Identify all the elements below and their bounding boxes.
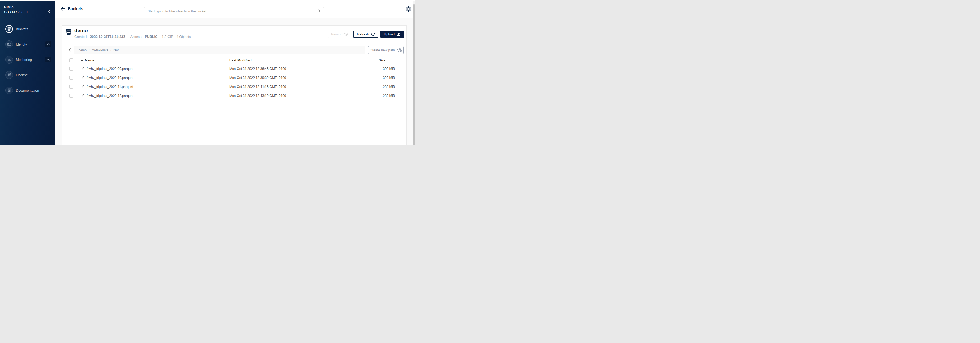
object-size: 289 MiB xyxy=(369,94,406,98)
bucket-title-block: demo Created: 2022-10-31T11:31:23Z Acces… xyxy=(74,28,191,39)
minio-brand: MINIO xyxy=(4,6,30,9)
rewind-label: Rewind xyxy=(331,32,342,36)
breadcrumb-segment[interactable]: demo xyxy=(79,48,86,52)
chevron-up-icon[interactable] xyxy=(45,41,51,47)
object-file-icon xyxy=(80,66,85,71)
name-header-label: Name xyxy=(85,58,94,62)
topbar-title: Buckets xyxy=(68,6,83,11)
table-row[interactable]: fhvhv_tripdata_2020-12.parquet Mon Oct 3… xyxy=(62,91,406,100)
table-header-row: Name Last Modified Size xyxy=(62,56,406,64)
window-top-strip xyxy=(0,0,415,1)
object-file-icon xyxy=(80,93,85,98)
sidebar-item-label: License xyxy=(16,73,51,77)
chevron-left-icon xyxy=(47,10,51,13)
sidebar-collapse-button[interactable] xyxy=(47,10,51,13)
bucket-meta: Created: 2022-10-31T11:31:23Z Access: PU… xyxy=(74,35,191,39)
console-wordmark: CONSOLE xyxy=(4,10,30,14)
bucket-icon xyxy=(65,29,72,35)
object-name: fhvhv_tripdata_2020-09.parquet xyxy=(86,67,134,71)
monitoring-icon xyxy=(5,56,13,64)
object-modified: Mon Oct 31 2022 12:41:16 GMT+0100 xyxy=(229,85,369,89)
sidebar-item-label: Identity xyxy=(16,42,45,46)
object-modified: Mon Oct 31 2022 12:43:12 GMT+0100 xyxy=(229,94,369,98)
sidebar-item-monitoring[interactable]: Monitoring xyxy=(0,52,54,67)
license-icon xyxy=(5,71,13,79)
sidebar-item-documentation[interactable]: Documentation xyxy=(0,83,54,98)
objects-table: Name Last Modified Size xyxy=(62,56,406,100)
refresh-label: Refresh xyxy=(357,32,369,36)
sort-ascending-icon xyxy=(81,59,83,61)
object-modified: Mon Oct 31 2022 12:36:46 GMT+0100 xyxy=(229,67,369,71)
search-input[interactable] xyxy=(148,10,317,13)
scrollbar-thumb[interactable] xyxy=(413,4,415,145)
back-to-buckets-link[interactable]: Buckets xyxy=(61,6,83,11)
brand-bold: MIN xyxy=(4,6,10,9)
sidebar-item-label: Buckets xyxy=(16,27,51,31)
create-new-path-label: Create new path xyxy=(370,48,395,52)
rewind-button[interactable]: Rewind xyxy=(328,31,352,38)
breadcrumb-separator: / xyxy=(89,48,89,52)
object-size: 300 MiB xyxy=(369,67,406,71)
path-back-button[interactable] xyxy=(65,46,74,54)
upload-button[interactable]: Upload xyxy=(380,31,404,38)
row-checkbox[interactable] xyxy=(69,67,73,71)
bucket-browser-panel: demo Created: 2022-10-31T11:31:23Z Acces… xyxy=(62,26,407,145)
sidebar-item-license[interactable]: License xyxy=(0,67,54,83)
settings-gear-button[interactable] xyxy=(405,6,412,12)
bucket-usage: 1.2 GiB - 4 Objects xyxy=(162,35,191,39)
breadcrumb: demo / ny-taxi-data / raw xyxy=(74,46,119,54)
sidebar-header: MINIO CONSOLE xyxy=(0,1,54,14)
identity-icon xyxy=(5,40,13,48)
gear-icon xyxy=(405,6,412,12)
create-new-path-button[interactable]: Create new path xyxy=(368,46,404,54)
refresh-icon xyxy=(371,32,375,36)
back-arrow-icon xyxy=(61,7,65,11)
select-all-checkbox[interactable] xyxy=(69,59,73,62)
created-label: Created: xyxy=(74,35,88,39)
breadcrumb-segment[interactable]: ny-taxi-data xyxy=(92,48,108,52)
breadcrumb-separator: / xyxy=(110,48,111,52)
minio-logo: MINIO CONSOLE xyxy=(4,6,30,14)
table-row[interactable]: fhvhv_tripdata_2020-10.parquet Mon Oct 3… xyxy=(62,73,406,82)
upload-icon xyxy=(397,32,401,36)
created-value: 2022-10-31T11:31:23Z xyxy=(90,35,126,39)
row-checkbox[interactable] xyxy=(69,76,73,80)
breadcrumb-segment[interactable]: raw xyxy=(113,48,118,52)
bucket-name: demo xyxy=(74,28,191,34)
sidebar-item-buckets[interactable]: Buckets xyxy=(0,21,54,37)
table-row[interactable]: fhvhv_tripdata_2020-09.parquet Mon Oct 3… xyxy=(62,64,406,73)
table-row[interactable]: fhvhv_tripdata_2020-11.parquet Mon Oct 3… xyxy=(62,82,406,91)
bucket-header: demo Created: 2022-10-31T11:31:23Z Acces… xyxy=(62,26,406,43)
object-modified: Mon Oct 31 2022 12:39:32 GMT+0100 xyxy=(229,76,369,80)
access-value: PUBLIC xyxy=(145,35,158,39)
sidebar: MINIO CONSOLE Buckets xyxy=(0,1,54,145)
sidebar-item-label: Documentation xyxy=(16,88,51,93)
rewind-icon xyxy=(344,32,348,36)
sidebar-item-label: Monitoring xyxy=(16,58,45,62)
upload-label: Upload xyxy=(384,32,395,36)
topbar: Buckets xyxy=(54,1,415,18)
main-content: demo Created: 2022-10-31T11:31:23Z Acces… xyxy=(54,18,415,145)
refresh-button[interactable]: Refresh xyxy=(353,31,379,38)
new-path-icon xyxy=(397,48,402,52)
documentation-icon xyxy=(5,86,13,94)
column-header-size: Size xyxy=(369,58,406,62)
search-icon xyxy=(317,9,321,13)
object-file-icon xyxy=(80,85,85,89)
page-scrollbar xyxy=(413,1,415,145)
path-row: demo / ny-taxi-data / raw Create new pat… xyxy=(65,46,404,54)
sidebar-item-identity[interactable]: Identity xyxy=(0,37,54,52)
bucket-actions: Rewind Refresh xyxy=(328,31,404,38)
chevron-left-icon xyxy=(68,48,71,53)
path-bar: demo / ny-taxi-data / raw xyxy=(65,46,365,54)
object-name: fhvhv_tripdata_2020-11.parquet xyxy=(86,85,133,89)
object-name: fhvhv_tripdata_2020-12.parquet xyxy=(86,94,134,98)
column-header-name[interactable]: Name xyxy=(77,58,229,62)
row-checkbox[interactable] xyxy=(69,85,73,89)
row-checkbox[interactable] xyxy=(69,94,73,98)
access-label: Access: xyxy=(130,35,143,39)
object-name: fhvhv_tripdata_2020-10.parquet xyxy=(86,76,134,80)
bucket-icon xyxy=(5,25,13,33)
object-file-icon xyxy=(80,75,85,80)
chevron-up-icon[interactable] xyxy=(45,57,51,62)
